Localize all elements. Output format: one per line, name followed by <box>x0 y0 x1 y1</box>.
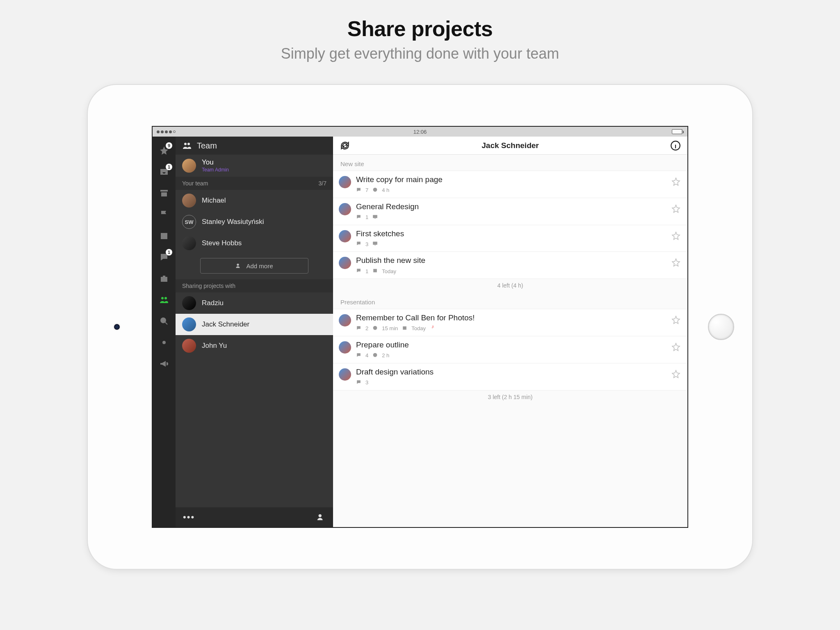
nav-archive[interactable] <box>153 183 176 204</box>
person-add-icon[interactable] <box>317 513 326 522</box>
avatar <box>182 159 196 173</box>
time-label: 4 h <box>382 187 389 193</box>
task-row[interactable]: Publish the new site1Today <box>333 252 687 279</box>
nav-chat-badge: 1 <box>166 249 172 256</box>
sidebar: Team You Team Admin Your team 3/7 Michae… <box>176 137 333 527</box>
nav-settings[interactable] <box>153 332 176 353</box>
member-name: Steve Hobbs <box>202 239 242 247</box>
team-icon <box>182 141 192 151</box>
task-title: Publish the new site <box>356 256 666 265</box>
star-button[interactable] <box>671 258 681 267</box>
profile-you[interactable]: You Team Admin <box>176 155 333 177</box>
sidebar-footer: ••• <box>176 507 333 527</box>
member-name: Michael <box>202 196 226 205</box>
main-panel: Jack Schneider New siteWrite copy for ma… <box>333 137 687 527</box>
avatar <box>339 314 351 326</box>
clock-icon <box>372 352 378 359</box>
avatar <box>182 317 196 331</box>
team-section-count: 3/7 <box>319 180 326 187</box>
more-icon[interactable]: ••• <box>183 512 195 523</box>
nav-chat[interactable]: 1 <box>153 247 176 268</box>
sharing-member-jack[interactable]: Jack Schneider <box>176 314 333 335</box>
star-button[interactable] <box>671 177 681 187</box>
add-more-label: Add more <box>246 262 273 269</box>
add-more-button[interactable]: Add more <box>200 258 308 274</box>
team-section-header: Your team 3/7 <box>176 177 333 190</box>
svg-point-3 <box>161 318 166 323</box>
monitor-icon <box>372 214 378 221</box>
task-row[interactable]: General Redesign1 <box>333 198 687 225</box>
star-button[interactable] <box>671 315 681 325</box>
task-title: First sketches <box>356 229 666 239</box>
member-name: Stanley Wasiutyński <box>202 218 264 226</box>
svg-rect-14 <box>403 326 406 330</box>
nav-inbox[interactable]: 1 <box>153 161 176 183</box>
nav-search[interactable] <box>153 310 176 332</box>
sync-button[interactable] <box>340 140 350 151</box>
sharing-member-john[interactable]: John Yu <box>176 335 333 356</box>
svg-point-1 <box>161 297 164 299</box>
avatar: SW <box>182 215 196 229</box>
avatar <box>182 296 196 310</box>
nav-flag[interactable] <box>153 204 176 225</box>
person-add-icon <box>235 262 242 269</box>
running-icon <box>430 325 435 332</box>
camera-dot <box>114 324 120 330</box>
star-button[interactable] <box>671 369 681 379</box>
date-label: Today <box>411 325 426 331</box>
task-row[interactable]: Remember to Call Ben for Photos!215 minT… <box>333 309 687 336</box>
task-meta: 1 <box>356 214 666 221</box>
task-row[interactable]: Prepare outline42 h <box>333 336 687 363</box>
time-label: 2 h <box>382 352 389 358</box>
svg-point-2 <box>164 297 167 299</box>
nav-rail: 9 1 29 1 <box>153 137 176 527</box>
comment-icon <box>356 352 361 359</box>
status-time: 12:06 <box>413 129 427 135</box>
comment-icon <box>356 214 361 221</box>
home-button[interactable] <box>708 314 734 340</box>
task-title: Prepare outline <box>356 340 666 350</box>
comment-count: 2 <box>365 325 368 331</box>
comment-icon <box>356 187 361 194</box>
svg-point-5 <box>187 143 190 145</box>
svg-point-15 <box>432 326 433 326</box>
star-button[interactable] <box>671 204 681 214</box>
svg-rect-12 <box>373 269 377 272</box>
task-meta: 3 <box>356 241 666 247</box>
nav-starred[interactable]: 9 <box>153 140 176 161</box>
avatar <box>339 368 351 381</box>
comment-icon <box>356 379 361 386</box>
avatar <box>182 194 196 208</box>
profile-role: Team Admin <box>202 167 229 173</box>
task-row[interactable]: Write copy for main page74 h <box>333 171 687 198</box>
nav-briefcase[interactable] <box>153 268 176 289</box>
comment-count: 7 <box>365 187 368 193</box>
team-member-steve[interactable]: Steve Hobbs <box>176 233 333 254</box>
signal-dots-icon <box>157 130 176 133</box>
star-button[interactable] <box>671 342 681 352</box>
sharing-member-radziu[interactable]: Radziu <box>176 292 333 314</box>
nav-team[interactable] <box>153 289 176 310</box>
clock-icon <box>372 187 378 194</box>
task-title: Remember to Call Ben for Photos! <box>356 313 666 323</box>
team-member-michael[interactable]: Michael <box>176 190 333 211</box>
member-name: Radziu <box>202 299 224 307</box>
sharing-section-label: Sharing projects with <box>182 283 235 289</box>
info-button[interactable] <box>670 140 681 151</box>
svg-point-6 <box>237 264 239 266</box>
group-footer: 4 left (4 h) <box>333 279 687 293</box>
svg-point-4 <box>184 143 187 145</box>
star-button[interactable] <box>671 231 681 241</box>
task-row[interactable]: Draft design variations3 <box>333 363 687 390</box>
comment-count: 3 <box>365 241 368 247</box>
hero-subtitle: Simply get everything done with your tea… <box>281 45 559 62</box>
hero-title: Share projects <box>347 16 493 41</box>
task-row[interactable]: First sketches3 <box>333 225 687 252</box>
date-label: Today <box>382 268 396 274</box>
team-member-stanley[interactable]: SW Stanley Wasiutyński <box>176 211 333 233</box>
nav-calendar[interactable]: 29 <box>153 225 176 247</box>
comment-count: 4 <box>365 352 368 358</box>
nav-announce[interactable] <box>153 353 176 374</box>
time-label: 15 min <box>382 325 398 331</box>
svg-rect-11 <box>373 242 377 245</box>
